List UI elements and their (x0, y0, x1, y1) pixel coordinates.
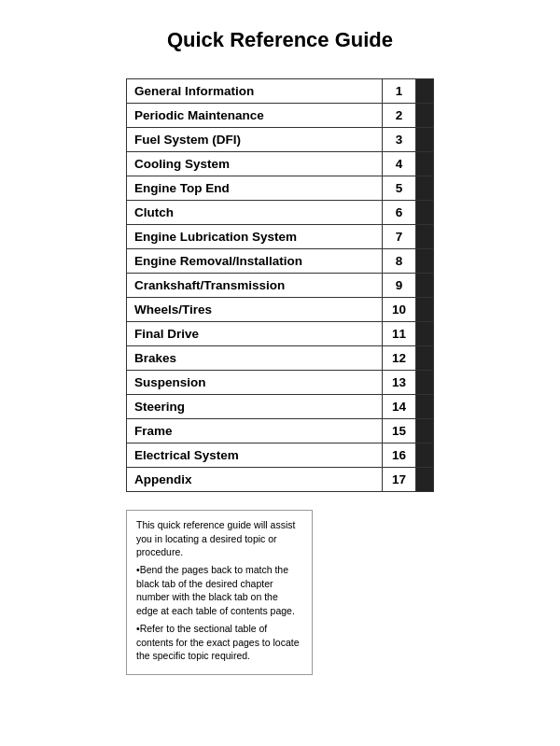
table-row: Crankshaft/Transmission9 (126, 273, 434, 298)
row-label: Wheels/Tires (127, 298, 383, 321)
row-tab (416, 79, 433, 103)
row-label: Clutch (127, 201, 383, 224)
row-number: 6 (383, 201, 416, 224)
table-row: Cooling System4 (126, 151, 434, 176)
table-row: Clutch6 (126, 200, 434, 225)
table-row: Engine Lubrication System7 (126, 224, 434, 249)
row-label: Suspension (127, 371, 383, 394)
row-tab (416, 225, 433, 248)
row-tab (416, 152, 433, 176)
row-tab (416, 249, 433, 273)
row-number: 14 (383, 395, 416, 418)
row-tab (416, 298, 433, 321)
row-number: 3 (383, 128, 416, 151)
note-line1: This quick reference guide will assist y… (136, 518, 302, 559)
note-line2: •Bend the pages back to match the black … (136, 563, 302, 618)
table-row: General Information1 (126, 78, 434, 104)
row-label: Final Drive (127, 322, 383, 345)
row-tab (416, 104, 433, 127)
reference-table: General Information1Periodic Maintenance… (126, 78, 434, 491)
row-tab (416, 395, 433, 418)
row-number: 11 (383, 322, 416, 345)
row-label: Engine Lubrication System (127, 225, 383, 248)
row-label: Appendix (127, 468, 383, 491)
note-box: This quick reference guide will assist y… (126, 510, 313, 675)
row-label: General Information (127, 79, 383, 103)
row-label: Engine Top End (127, 176, 383, 200)
table-row: Engine Top End5 (126, 176, 434, 201)
row-number: 12 (383, 346, 416, 370)
row-number: 5 (383, 176, 416, 200)
row-tab (416, 443, 433, 467)
row-number: 8 (383, 249, 416, 273)
row-number: 15 (383, 419, 416, 443)
table-row: Electrical System16 (126, 443, 434, 468)
row-label: Cooling System (127, 152, 383, 176)
table-row: Final Drive11 (126, 321, 434, 346)
row-label: Fuel System (DFI) (127, 128, 383, 151)
row-number: 9 (383, 274, 416, 297)
row-tab (416, 371, 433, 394)
table-row: Brakes12 (126, 345, 434, 371)
row-number: 10 (383, 298, 416, 321)
row-tab (416, 128, 433, 151)
row-number: 16 (383, 443, 416, 467)
row-number: 1 (383, 79, 416, 103)
table-row: Suspension13 (126, 370, 434, 395)
row-tab (416, 468, 433, 491)
table-row: Periodic Maintenance2 (126, 103, 434, 128)
row-label: Electrical System (127, 443, 383, 467)
row-number: 2 (383, 104, 416, 127)
row-number: 4 (383, 152, 416, 176)
row-number: 7 (383, 225, 416, 248)
row-tab (416, 176, 433, 200)
table-row: Steering14 (126, 394, 434, 419)
table-row: Wheels/Tires10 (126, 297, 434, 322)
row-tab (416, 322, 433, 345)
row-number: 13 (383, 371, 416, 394)
row-tab (416, 419, 433, 443)
table-row: Frame15 (126, 418, 434, 443)
table-row: Engine Removal/Installation8 (126, 248, 434, 274)
row-label: Steering (127, 395, 383, 418)
row-label: Engine Removal/Installation (127, 249, 383, 273)
bottom-note-container: This quick reference guide will assist y… (126, 510, 434, 675)
note-line3: •Refer to the sectional table of content… (136, 622, 302, 663)
table-row: Fuel System (DFI)3 (126, 127, 434, 152)
row-tab (416, 274, 433, 297)
row-tab (416, 346, 433, 370)
row-number: 17 (383, 468, 416, 491)
row-label: Crankshaft/Transmission (127, 274, 383, 297)
row-label: Brakes (127, 346, 383, 370)
page-title: Quick Reference Guide (167, 28, 393, 52)
row-tab (416, 201, 433, 224)
row-label: Frame (127, 419, 383, 443)
row-label: Periodic Maintenance (127, 104, 383, 127)
table-row: Appendix17 (126, 467, 434, 492)
